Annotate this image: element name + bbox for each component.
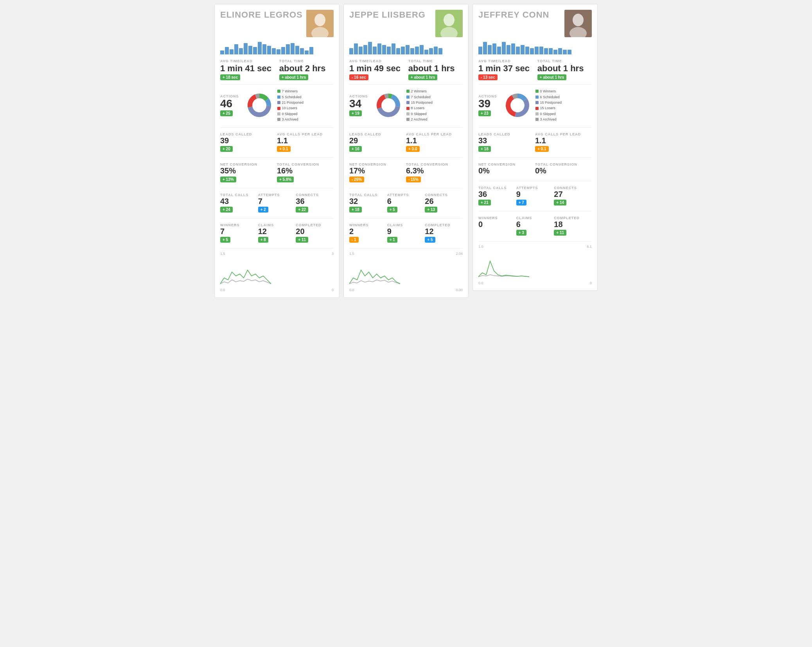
- net-conv-label: NET CONVERSION: [220, 162, 275, 166]
- conversion-stats: NET CONVERSION 35% + 13% TOTAL CONVERSIO…: [220, 157, 334, 185]
- total-time-badge: + about 1 hrs: [279, 74, 309, 80]
- chart-left-max: 1.5: [220, 252, 225, 256]
- claims-block: CLAIMS 6 + 3: [516, 214, 554, 238]
- actions-count: 34: [349, 98, 368, 109]
- card-jeffrey: JEFFREY CONN AVG TIME/LEAD 1 min 37 sec …: [472, 4, 598, 291]
- total-calls-value: 36: [478, 190, 515, 198]
- net-conv-block: NET CONVERSION 17% - 26%: [349, 161, 406, 185]
- attempts-block: ATTEMPTS 9 + 7: [516, 184, 554, 208]
- total-calls-block: TOTAL CALLS 36 + 21: [478, 184, 516, 208]
- conversion-stats: NET CONVERSION 0% TOTAL CONVERSION 0%: [478, 157, 592, 178]
- legend-label: 8 Losers: [411, 105, 425, 111]
- mini-bar-chart: [478, 40, 592, 54]
- leads-stats: LEADS CALLED 29 + 16 AVG CALLS PER LEAD …: [349, 127, 463, 154]
- completed-block: COMPLETED 18 + 11: [554, 214, 592, 238]
- completed-value: 12: [425, 227, 461, 236]
- winners-block: WINNERS 7 + 5: [220, 222, 258, 245]
- results-stats: WINNERS 0 CLAIMS 6 + 3 COMPLETED 18 + 11: [478, 211, 592, 238]
- legend-item: 5 Scheduled: [277, 94, 304, 100]
- chart-left-min: 0.0: [478, 281, 483, 285]
- donut-chart: [373, 90, 404, 121]
- avg-time-block: AVG TIME/LEAD 1 min 49 sec - 16 sec: [349, 59, 404, 80]
- svg-point-1: [314, 14, 325, 26]
- completed-value: 20: [296, 227, 332, 236]
- legend-label: 6 Scheduled: [540, 94, 560, 100]
- total-conv-value: 16%: [277, 166, 332, 175]
- time-section: AVG TIME/LEAD 1 min 49 sec - 16 sec TOTA…: [349, 59, 463, 80]
- total-time-badge: + about 1 hrs: [408, 74, 438, 80]
- legend-item: 21 Postponed: [277, 100, 304, 105]
- legend-item: 0 Winners: [535, 88, 562, 94]
- legend: 7 Winners5 Scheduled21 Postponed10 Loser…: [277, 88, 304, 122]
- claims-value: 12: [258, 227, 295, 236]
- actions-section: ACTIONS 46 + 25 7 Winners5 Scheduled21 P…: [220, 84, 334, 122]
- leads-stats: LEADS CALLED 33 + 18 AVG CALLS PER LEAD …: [478, 127, 592, 154]
- leads-called-badge: + 20: [220, 146, 233, 152]
- actions-section: ACTIONS 39 + 23 0 Winners6 Scheduled15 P…: [478, 84, 592, 122]
- leads-called-badge: + 16: [349, 146, 362, 152]
- actions-badge: + 19: [349, 110, 362, 116]
- chart-right-max: 3: [332, 252, 334, 256]
- total-conv-label: TOTAL CONVERSION: [406, 162, 461, 166]
- time-section: AVG TIME/LEAD 1 min 41 sec + 18 sec TOTA…: [220, 59, 334, 80]
- legend-label: 0 Winners: [540, 88, 556, 94]
- legend-item: 10 Losers: [277, 105, 304, 111]
- avg-calls-block: AVG CALLS PER LEAD 1.1 + 0.0: [406, 131, 463, 154]
- avatar: [435, 10, 463, 37]
- line-chart-container: 1.5 3 0.0 0: [220, 248, 334, 292]
- leads-called-block: LEADS CALLED 29 + 16: [349, 131, 406, 154]
- avg-time-badge: - 13 sec: [478, 74, 498, 80]
- claims-label: CLAIMS: [387, 223, 424, 227]
- leads-called-label: LEADS CALLED: [349, 132, 404, 136]
- legend-label: 7 Winners: [282, 88, 298, 94]
- net-conv-value: 0%: [478, 166, 534, 175]
- attempts-badge: + 2: [258, 207, 268, 213]
- total-conv-value: 6.3%: [406, 166, 461, 175]
- conversion-stats: NET CONVERSION 17% - 26% TOTAL CONVERSIO…: [349, 157, 463, 185]
- svg-point-7: [573, 14, 584, 26]
- legend-label: 21 Postponed: [282, 100, 304, 105]
- attempts-value: 7: [258, 197, 295, 205]
- legend-item: 7 Scheduled: [406, 94, 433, 100]
- chart-left-max: 1.5: [349, 252, 354, 256]
- actions-badge: + 23: [478, 110, 491, 116]
- card-elinore: ELINORE LEGROS AVG TIME/LEAD 1 min 41 se…: [214, 4, 340, 298]
- legend-label: 10 Losers: [282, 105, 298, 111]
- card-jeppe: JEPPE LIISBERG AVG TIME/LEAD 1 min 49 se…: [343, 4, 469, 298]
- winners-label: WINNERS: [478, 216, 515, 220]
- attempts-block: ATTEMPTS 6 + 5: [387, 191, 425, 215]
- total-time-label: TOTAL TIME: [537, 59, 592, 63]
- completed-block: COMPLETED 20 + 11: [296, 222, 334, 245]
- actions-count: 39: [478, 98, 497, 109]
- net-conv-badge: + 13%: [220, 177, 236, 182]
- avg-calls-block: AVG CALLS PER LEAD 1.1 + 0.1: [277, 131, 334, 154]
- avg-calls-value: 1.1: [277, 136, 332, 145]
- connects-value: 27: [554, 190, 590, 198]
- legend: 0 Winners6 Scheduled15 Postponed15 Loser…: [535, 88, 562, 122]
- total-conv-block: TOTAL CONVERSION 6.3% - 15%: [406, 161, 463, 185]
- legend-label: 2 Archived: [411, 117, 428, 122]
- avatar: [306, 10, 334, 37]
- claims-value: 6: [516, 220, 553, 229]
- actions-label-block: ACTIONS 46 + 25: [220, 94, 239, 116]
- leads-called-block: LEADS CALLED 33 + 18: [478, 131, 535, 154]
- actions-label-block: ACTIONS 34 + 19: [349, 94, 368, 116]
- net-conv-value: 17%: [349, 166, 404, 175]
- chart-left-min: 0.0: [220, 288, 225, 292]
- winners-value: 7: [220, 227, 257, 236]
- card-header: JEPPE LIISBERG: [349, 10, 463, 37]
- avg-calls-badge: + 0.1: [277, 146, 291, 152]
- legend-label: 0 Skipped: [411, 111, 427, 117]
- connects-block: CONNECTS 36 + 22: [296, 191, 334, 215]
- actions-section: ACTIONS 34 + 19 2 Winners7 Scheduled15 P…: [349, 84, 463, 122]
- winners-block: WINNERS 2 - 1: [349, 222, 387, 245]
- line-chart-container: 1.0 6.1 0.0 0: [478, 241, 592, 285]
- avg-calls-badge: + 0.1: [535, 146, 549, 152]
- completed-badge: + 11: [296, 237, 308, 243]
- legend-label: 15 Postponed: [540, 100, 562, 105]
- connects-block: CONNECTS 27 + 14: [554, 184, 592, 208]
- total-time-block: TOTAL TIME about 2 hrs + about 1 hrs: [279, 59, 334, 80]
- attempts-block: ATTEMPTS 7 + 2: [258, 191, 296, 215]
- avg-time-label: AVG TIME/LEAD: [220, 59, 275, 63]
- donut-chart: [244, 90, 275, 121]
